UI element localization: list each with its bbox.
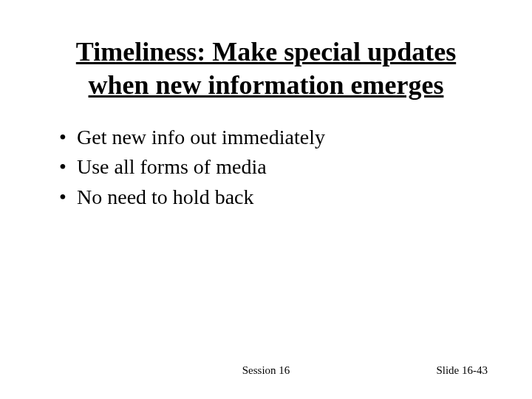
slide-title: Timeliness: Make special updates when ne… xyxy=(44,35,488,102)
slide-footer: Session 16 Slide 16-43 xyxy=(0,364,532,377)
footer-session: Session 16 xyxy=(242,364,290,377)
bullet-list: Get new info out immediately Use all for… xyxy=(44,124,488,211)
footer-slide-number: Slide 16-43 xyxy=(436,364,488,377)
bullet-item: No need to hold back xyxy=(59,184,488,211)
slide-container: Timeliness: Make special updates when ne… xyxy=(0,0,532,399)
bullet-item: Use all forms of media xyxy=(59,154,488,180)
bullet-item: Get new info out immediately xyxy=(59,124,488,151)
